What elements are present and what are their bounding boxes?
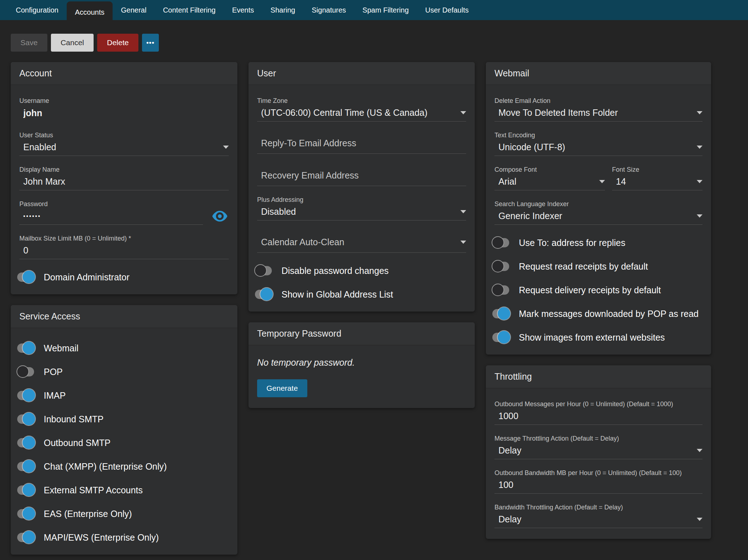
external-smtp-toggle[interactable]: [17, 485, 34, 495]
pop-toggle-label: POP: [44, 367, 63, 377]
time-zone-label: Time Zone: [257, 96, 466, 105]
chevron-down-icon: [697, 449, 702, 452]
user-card: User Time Zone (UTC-06:00) Central Time …: [248, 62, 475, 312]
tab-signatures[interactable]: Signatures: [303, 0, 354, 20]
tab-spam-filtering[interactable]: Spam Filtering: [354, 0, 417, 20]
outbound-smtp-toggle-row: Outbound SMTP: [17, 436, 229, 449]
mailbox-size-field: Mailbox Size Limit MB (0 = Unlimited) * …: [19, 234, 229, 259]
disable-password-changes-label: Disable password changes: [281, 266, 389, 276]
outbound-messages-label: Outbound Messages per Hour (0 = Unlimite…: [494, 400, 702, 408]
search-language-indexer-value: Generic Indexer: [498, 211, 692, 221]
webmail-toggle[interactable]: [17, 343, 34, 353]
delete-button[interactable]: Delete: [97, 34, 138, 52]
password-value: ••••••: [23, 213, 203, 219]
generate-button[interactable]: Generate: [257, 379, 307, 397]
chevron-down-icon: [223, 146, 229, 149]
inbound-smtp-toggle-label: Inbound SMTP: [44, 414, 104, 424]
use-to-address-toggle[interactable]: [492, 238, 509, 247]
search-language-indexer-field: Search Language Indexer Generic Indexer: [494, 200, 702, 225]
username-label: Username: [19, 96, 229, 105]
delivery-receipts-toggle[interactable]: [492, 285, 509, 295]
use-to-address-label: Use To: address for replies: [519, 238, 625, 248]
display-name-input[interactable]: John Marx: [19, 174, 229, 190]
password-input[interactable]: ••••••: [19, 208, 203, 225]
chevron-down-icon: [697, 214, 702, 218]
username-value: john: [23, 108, 229, 118]
toggle-knob: [16, 365, 29, 378]
tab-content-filtering[interactable]: Content Filtering: [155, 0, 224, 20]
font-size-label: Font Size: [612, 165, 702, 174]
chevron-down-icon: [460, 241, 466, 244]
read-receipts-toggle[interactable]: [492, 262, 509, 271]
toggle-knob: [254, 264, 267, 277]
imap-toggle[interactable]: [17, 391, 34, 400]
text-encoding-select[interactable]: Unicode (UTF-8): [494, 139, 702, 156]
outbound-messages-input[interactable]: 1000: [494, 408, 702, 425]
disable-password-changes-toggle-row: Disable password changes: [255, 264, 466, 277]
recovery-email-placeholder: Recovery Email Address: [261, 170, 466, 181]
reply-to-input[interactable]: Reply-To Email Address: [257, 134, 466, 154]
more-options-icon: •••: [146, 39, 155, 46]
delete-email-action-label: Delete Email Action: [494, 96, 702, 105]
outbound-smtp-toggle[interactable]: [17, 438, 34, 447]
domain-administrator-toggle[interactable]: [17, 272, 34, 282]
mailbox-size-input[interactable]: 0: [19, 243, 229, 259]
external-smtp-toggle-row: External SMTP Accounts: [17, 484, 229, 497]
webmail-toggle-label: Webmail: [44, 343, 79, 353]
mapi-ews-toggle-label: MAPI/EWS (Enterprise Only): [44, 532, 159, 543]
toggle-knob: [23, 436, 35, 449]
compose-font-select[interactable]: Arial: [494, 174, 605, 190]
outbound-messages-value: 1000: [498, 411, 702, 421]
tab-sharing[interactable]: Sharing: [262, 0, 303, 20]
display-name-value: John Marx: [23, 176, 229, 187]
plus-addressing-select[interactable]: Disabled: [257, 204, 466, 220]
show-in-gal-toggle-row: Show in Global Address List: [255, 288, 466, 301]
font-size-select[interactable]: 14: [612, 174, 702, 190]
delivery-receipts-toggle-row: Request delivery receipts by default: [492, 284, 702, 296]
username-field: Username john: [19, 96, 229, 122]
more-options-button[interactable]: •••: [142, 34, 159, 52]
service-access-card-title: Service Access: [11, 305, 237, 328]
chevron-down-icon: [697, 111, 702, 114]
pop-toggle[interactable]: [17, 367, 34, 376]
save-button[interactable]: Save: [11, 34, 47, 52]
tab-user-defaults[interactable]: User Defaults: [417, 0, 477, 20]
outbound-messages-field: Outbound Messages per Hour (0 = Unlimite…: [494, 400, 702, 425]
show-in-gal-toggle[interactable]: [255, 290, 272, 299]
calendar-autoclean-select[interactable]: Calendar Auto-Clean: [257, 233, 466, 253]
mark-pop-read-toggle[interactable]: [492, 309, 509, 318]
eas-toggle[interactable]: [17, 509, 34, 518]
show-external-images-toggle[interactable]: [492, 333, 509, 342]
disable-password-changes-toggle[interactable]: [255, 266, 272, 275]
toggle-knob: [498, 307, 510, 320]
time-zone-field: Time Zone (UTC-06:00) Central Time (US &…: [257, 96, 466, 122]
tab-general[interactable]: General: [113, 0, 155, 20]
search-language-indexer-select[interactable]: Generic Indexer: [494, 208, 702, 225]
time-zone-select[interactable]: (UTC-06:00) Central Time (US & Canada): [257, 105, 466, 122]
tab-accounts[interactable]: Accounts: [67, 1, 113, 23]
inbound-smtp-toggle[interactable]: [17, 414, 34, 424]
tab-configuration[interactable]: Configuration: [8, 0, 67, 20]
plus-addressing-label: Plus Addressing: [257, 195, 466, 204]
delete-email-action-select[interactable]: Move To Deleted Items Folder: [494, 105, 702, 122]
display-name-field: Display Name John Marx: [19, 165, 229, 190]
cancel-button[interactable]: Cancel: [51, 34, 94, 52]
domain-administrator-label: Domain Administrator: [44, 272, 129, 283]
bandwidth-throttling-action-select[interactable]: Delay: [494, 512, 702, 528]
recovery-email-input[interactable]: Recovery Email Address: [257, 166, 466, 186]
user-status-select[interactable]: Enabled: [19, 139, 229, 156]
mapi-ews-toggle-row: MAPI/EWS (Enterprise Only): [17, 531, 229, 544]
search-language-indexer-label: Search Language Indexer: [494, 200, 702, 208]
outbound-bandwidth-input[interactable]: 100: [494, 477, 702, 494]
chevron-down-icon: [697, 146, 702, 149]
show-password-button[interactable]: [211, 209, 229, 224]
chat-xmpp-toggle[interactable]: [17, 462, 34, 471]
recovery-email-field: Recovery Email Address: [257, 166, 466, 186]
toggle-knob: [492, 284, 504, 296]
password-field: Password ••••••: [19, 200, 229, 225]
outbound-smtp-toggle-label: Outbound SMTP: [44, 438, 110, 448]
mapi-ews-toggle[interactable]: [17, 533, 34, 542]
message-throttling-action-select[interactable]: Delay: [494, 443, 702, 459]
tab-events[interactable]: Events: [224, 0, 262, 20]
compose-font-label: Compose Font: [494, 165, 605, 174]
